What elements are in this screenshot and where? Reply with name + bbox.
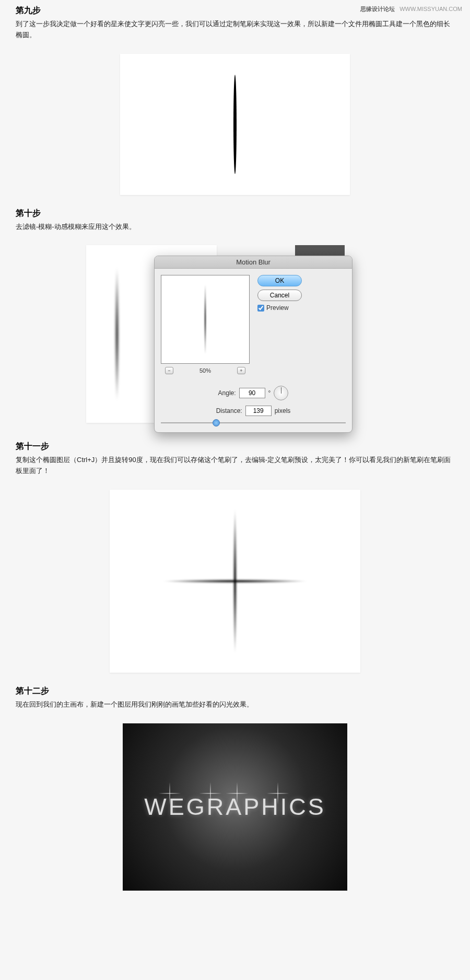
watermark: 思缘设计论坛 WWW.MISSYUAN.COM (360, 5, 462, 13)
zoom-in-button[interactable]: + (237, 367, 245, 374)
step10-canvas-wrap: Motion Blur − 50% + OK Cancel (86, 245, 384, 428)
angle-unit: ° (268, 389, 271, 397)
preview-checkbox-label[interactable]: Preview (257, 304, 346, 312)
slider-track (161, 422, 346, 423)
angle-row: Angle: ° (161, 386, 346, 400)
preview-label-text: Preview (266, 304, 289, 312)
preview-box (161, 275, 250, 364)
step10-title: 第十步 (0, 203, 470, 222)
distance-label: Distance: (216, 407, 242, 414)
cancel-button[interactable]: Cancel (257, 290, 302, 301)
step11-title: 第十一步 (0, 436, 470, 455)
watermark-cn: 思缘设计论坛 (360, 6, 395, 12)
distance-unit: pixels (275, 407, 291, 414)
step11-text: 复制这个椭圆图层（Ctrl+J）并且旋转90度，现在我们可以存储这个笔刷了，去编… (0, 455, 470, 485)
dialog-right: OK Cancel Preview (250, 275, 346, 374)
preview-blur (204, 283, 206, 356)
distance-row: Distance: pixels (161, 406, 346, 416)
zoom-row: − 50% + (161, 364, 250, 374)
step12-text: 现在回到我们的主画布，新建一个图层用我们刚刚的画笔加些好看的闪光效果。 (0, 699, 470, 718)
step9-text: 到了这一步我决定做一个好看的星来使文字更闪亮一些，我们可以通过定制笔刷来实现这一… (0, 19, 470, 49)
watermark-url: WWW.MISSYUAN.COM (400, 6, 462, 12)
zoom-out-button[interactable]: − (165, 367, 173, 374)
dialog-preview-area: − 50% + (161, 275, 250, 374)
slider-thumb[interactable] (213, 419, 220, 426)
motion-blur-dialog: Motion Blur − 50% + OK Cancel (154, 256, 352, 433)
angle-wheel[interactable] (274, 386, 288, 400)
step10-figure: Motion Blur − 50% + OK Cancel (0, 240, 470, 436)
dialog-title: Motion Blur (155, 256, 352, 269)
step11-figure (0, 485, 470, 681)
blurred-vertical (115, 266, 119, 402)
dialog-params: Angle: ° Distance: pixels (155, 381, 352, 432)
angle-label: Angle: (218, 389, 236, 397)
distance-input[interactable] (245, 406, 272, 416)
dialog-body: − 50% + OK Cancel Preview (155, 269, 352, 381)
step12-figure: WEGRAPHICS (0, 718, 470, 898)
cross-horizontal (162, 579, 308, 583)
step10-text: 去滤镜-模糊-动感模糊来应用这个效果。 (0, 222, 470, 240)
preview-checkbox[interactable] (257, 305, 264, 312)
distance-slider[interactable] (161, 421, 346, 424)
ok-button[interactable]: OK (257, 275, 302, 286)
vertical-ellipse (233, 75, 237, 174)
step9-canvas (120, 54, 350, 195)
step11-canvas (110, 490, 360, 673)
result-text: WEGRAPHICS (144, 793, 326, 821)
step12-canvas: WEGRAPHICS (123, 723, 347, 891)
angle-input[interactable] (239, 388, 265, 398)
zoom-percent: 50% (199, 367, 211, 374)
step9-figure (0, 49, 470, 203)
step12-title: 第十二步 (0, 681, 470, 699)
